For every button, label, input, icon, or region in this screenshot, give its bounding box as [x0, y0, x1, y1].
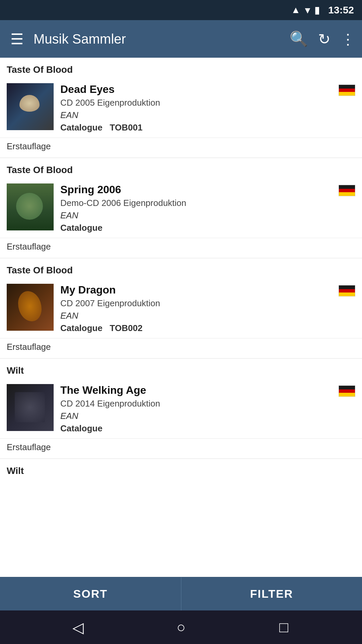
item-catalogue: Catalogue [60, 423, 335, 434]
album-art-dead-eyes [7, 83, 54, 130]
item-ean: EAN [60, 110, 335, 120]
item-title: My Dragon [60, 284, 335, 296]
german-flag-2 [339, 185, 355, 196]
german-flag-3 [339, 285, 355, 297]
wifi-icon: ▾ [305, 5, 310, 16]
group-wilt-1: Wilt The Welking Age CD 2014 Eigenproduk… [0, 359, 362, 459]
menu-icon[interactable]: ☰ [7, 31, 27, 48]
group-header-4: Wilt [0, 359, 362, 379]
group-header-2: Taste Of Blood [0, 158, 362, 179]
item-ean: EAN [60, 311, 335, 321]
erstauflage-4: Erstauflage [0, 439, 362, 459]
group-wilt-2: Wilt [0, 459, 362, 480]
german-flag-1 [339, 85, 355, 96]
filter-button[interactable]: FILTER [181, 577, 362, 610]
album-art-my-dragon [7, 284, 54, 331]
group-taste-of-blood-1: Taste Of Blood Dead Eyes CD 2005 Eigenpr… [0, 58, 362, 158]
group-header-5: Wilt [0, 459, 362, 480]
home-nav-icon[interactable]: ○ [168, 614, 194, 641]
erstauflage-1: Erstauflage [0, 138, 362, 158]
time-display: 13:52 [328, 4, 354, 16]
recents-nav-icon[interactable]: □ [270, 614, 297, 641]
item-ean: EAN [60, 210, 335, 221]
erstauflage-3: Erstauflage [0, 338, 362, 359]
group-name-5: Wilt [7, 466, 24, 476]
bottom-bar: SORT FILTER [0, 577, 362, 610]
item-title: Spring 2006 [60, 183, 335, 196]
group-taste-of-blood-2: Taste Of Blood Spring 2006 Demo-CD 2006 … [0, 158, 362, 258]
status-icons: ▲ ▾ ▮ 13:52 [291, 4, 354, 16]
app-title: Musik Sammler [34, 32, 283, 47]
album-art-spring-2006 [7, 183, 54, 230]
erstauflage-2: Erstauflage [0, 238, 362, 258]
group-name-4: Wilt [7, 365, 24, 376]
group-header-1: Taste Of Blood [0, 58, 362, 78]
list-item[interactable]: Spring 2006 Demo-CD 2006 Eigenproduktion… [0, 179, 362, 238]
item-info-spring-2006: Spring 2006 Demo-CD 2006 Eigenproduktion… [60, 183, 335, 233]
album-art-welking-age [7, 384, 54, 431]
item-info-welking-age: The Welking Age CD 2014 Eigenproduktion … [60, 384, 335, 434]
group-name-3: Taste Of Blood [7, 265, 73, 275]
group-name-1: Taste Of Blood [7, 64, 73, 75]
item-info-my-dragon: My Dragon CD 2007 Eigenproduktion EAN Ca… [60, 284, 335, 333]
item-subtitle: Demo-CD 2006 Eigenproduktion [60, 198, 335, 208]
battery-icon: ▮ [314, 5, 319, 16]
group-name-2: Taste Of Blood [7, 165, 73, 175]
list-item[interactable]: My Dragon CD 2007 Eigenproduktion EAN Ca… [0, 279, 362, 338]
list-item[interactable]: The Welking Age CD 2014 Eigenproduktion … [0, 379, 362, 439]
item-subtitle: CD 2005 Eigenproduktion [60, 98, 335, 108]
content-area: Taste Of Blood Dead Eyes CD 2005 Eigenpr… [0, 58, 362, 577]
sort-button[interactable]: SORT [0, 577, 181, 610]
refresh-icon[interactable]: ↻ [318, 31, 330, 48]
toolbar-actions: 🔍 ↻ ⋮ [290, 30, 355, 48]
item-title: The Welking Age [60, 384, 335, 396]
group-taste-of-blood-3: Taste Of Blood My Dragon CD 2007 Eigenpr… [0, 258, 362, 359]
status-bar: ▲ ▾ ▮ 13:52 [0, 0, 362, 20]
item-catalogue: Catalogue [60, 223, 335, 233]
item-subtitle: CD 2007 Eigenproduktion [60, 298, 335, 309]
item-info-dead-eyes: Dead Eyes CD 2005 Eigenproduktion EAN Ca… [60, 83, 335, 133]
search-icon[interactable]: 🔍 [290, 30, 308, 48]
list-item[interactable]: Dead Eyes CD 2005 Eigenproduktion EAN Ca… [0, 78, 362, 138]
item-subtitle: CD 2014 Eigenproduktion [60, 398, 335, 409]
group-header-3: Taste Of Blood [0, 258, 362, 279]
item-catalogue: Catalogue TOB002 [60, 323, 335, 333]
item-catalogue: Catalogue TOB001 [60, 122, 335, 133]
item-title: Dead Eyes [60, 83, 335, 96]
back-nav-icon[interactable]: ◁ [65, 614, 92, 641]
more-icon[interactable]: ⋮ [341, 31, 355, 48]
navigation-bar: ◁ ○ □ [0, 610, 362, 644]
toolbar: ☰ Musik Sammler 🔍 ↻ ⋮ [0, 20, 362, 58]
item-ean: EAN [60, 411, 335, 421]
german-flag-4 [339, 385, 355, 397]
signal-icon: ▲ [291, 5, 301, 15]
